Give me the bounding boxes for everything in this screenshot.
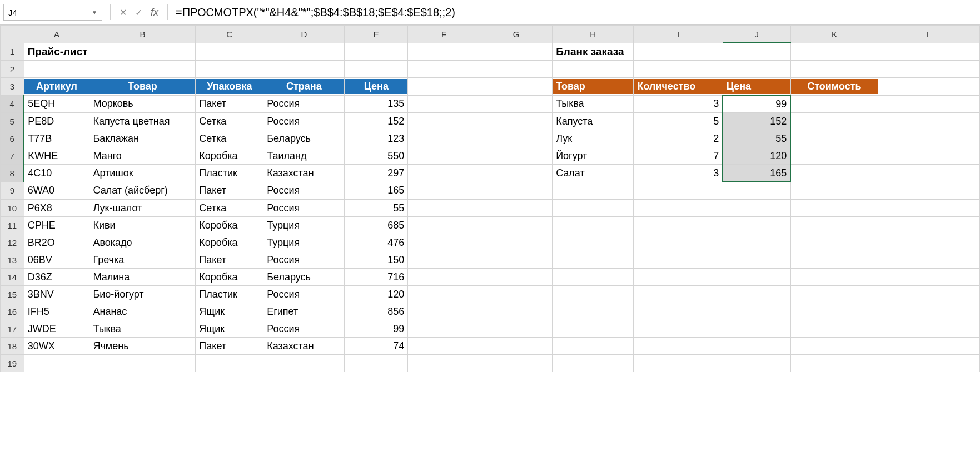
cell-C8[interactable]: Пластик (196, 165, 263, 182)
cell-B2[interactable] (89, 61, 196, 78)
cell-G12[interactable] (480, 234, 553, 251)
cell-I18[interactable] (634, 338, 723, 355)
cell-L19[interactable] (878, 355, 980, 372)
cell-F4[interactable] (408, 95, 480, 113)
cell-H17[interactable] (553, 320, 634, 338)
cell-I15[interactable] (634, 286, 723, 303)
cell-I14[interactable] (634, 269, 723, 286)
cell-G11[interactable] (480, 217, 553, 234)
col-header-I[interactable]: I (634, 26, 723, 43)
cell-J19[interactable] (723, 355, 790, 372)
cell-J16[interactable] (723, 303, 790, 320)
cell-D15[interactable]: Россия (263, 286, 345, 303)
cell-L11[interactable] (878, 217, 980, 234)
cell-B12[interactable]: Авокадо (89, 234, 196, 251)
cell-D5[interactable]: Россия (263, 113, 345, 130)
cell-A1[interactable]: Прайс-лист (24, 43, 89, 61)
cell-G15[interactable] (480, 286, 553, 303)
cell-C11[interactable]: Коробка (196, 217, 263, 234)
col-header-C[interactable]: C (196, 26, 263, 43)
cell-L10[interactable] (878, 200, 980, 217)
cell-J11[interactable] (723, 217, 790, 234)
cell-H1[interactable]: Бланк заказа (553, 43, 634, 61)
cell-G19[interactable] (480, 355, 553, 372)
row-header-10[interactable]: 10 (1, 200, 24, 217)
cell-L12[interactable] (878, 234, 980, 251)
cell-J13[interactable] (723, 251, 790, 269)
col-header-L[interactable]: L (878, 26, 980, 43)
cell-E4[interactable]: 135 (345, 95, 408, 113)
cell-K11[interactable] (790, 217, 878, 234)
cell-A12[interactable]: BR2O (24, 234, 89, 251)
cell-H6[interactable]: Лук (553, 130, 634, 147)
col-header-K[interactable]: K (790, 26, 878, 43)
cell-H10[interactable] (553, 200, 634, 217)
cell-I16[interactable] (634, 303, 723, 320)
cell-D12[interactable]: Турция (263, 234, 345, 251)
cell-J5[interactable]: 152 (723, 113, 790, 130)
cell-K3[interactable]: Стоимость (790, 78, 878, 96)
cell-I10[interactable] (634, 200, 723, 217)
row-header-16[interactable]: 16 (1, 303, 24, 320)
cell-A7[interactable]: KWHE (24, 147, 89, 165)
cell-L4[interactable] (878, 95, 980, 113)
cell-I6[interactable]: 2 (634, 130, 723, 147)
row-header-3[interactable]: 3 (1, 78, 24, 96)
cell-I17[interactable] (634, 320, 723, 338)
cell-E15[interactable]: 120 (345, 286, 408, 303)
cell-F19[interactable] (408, 355, 480, 372)
cell-L18[interactable] (878, 338, 980, 355)
cell-C17[interactable]: Ящик (196, 320, 263, 338)
cell-K16[interactable] (790, 303, 878, 320)
cell-C15[interactable]: Пластик (196, 286, 263, 303)
row-header-8[interactable]: 8 (1, 165, 24, 182)
cell-L7[interactable] (878, 147, 980, 165)
cell-C3[interactable]: Упаковка (196, 78, 263, 96)
cell-F7[interactable] (408, 147, 480, 165)
cell-L9[interactable] (878, 182, 980, 200)
cell-B14[interactable]: Малина (89, 269, 196, 286)
cell-I5[interactable]: 5 (634, 113, 723, 130)
cell-H14[interactable] (553, 269, 634, 286)
cell-H12[interactable] (553, 234, 634, 251)
cell-F10[interactable] (408, 200, 480, 217)
cell-F18[interactable] (408, 338, 480, 355)
row-header-18[interactable]: 18 (1, 338, 24, 355)
col-header-B[interactable]: B (89, 26, 196, 43)
cell-A14[interactable]: D36Z (24, 269, 89, 286)
row-header-6[interactable]: 6 (1, 130, 24, 147)
cell-K4[interactable] (790, 95, 878, 113)
cell-D7[interactable]: Таиланд (263, 147, 345, 165)
cell-B16[interactable]: Ананас (89, 303, 196, 320)
cell-K10[interactable] (790, 200, 878, 217)
cell-K6[interactable] (790, 130, 878, 147)
cell-I8[interactable]: 3 (634, 165, 723, 182)
cell-G1[interactable] (480, 43, 553, 61)
cell-F3[interactable] (408, 78, 480, 96)
cell-B15[interactable]: Био-йогурт (89, 286, 196, 303)
cell-E9[interactable]: 165 (345, 182, 408, 200)
cell-L3[interactable] (878, 78, 980, 96)
cell-G18[interactable] (480, 338, 553, 355)
cell-L17[interactable] (878, 320, 980, 338)
cell-D3[interactable]: Страна (263, 78, 345, 96)
cell-K17[interactable] (790, 320, 878, 338)
cell-D11[interactable]: Турция (263, 217, 345, 234)
cell-K1[interactable] (790, 43, 878, 61)
cell-K12[interactable] (790, 234, 878, 251)
cell-F8[interactable] (408, 165, 480, 182)
formula-input[interactable] (172, 4, 980, 21)
cell-E11[interactable]: 685 (345, 217, 408, 234)
cell-I7[interactable]: 7 (634, 147, 723, 165)
cell-B18[interactable]: Ячмень (89, 338, 196, 355)
cell-C18[interactable]: Пакет (196, 338, 263, 355)
cell-H18[interactable] (553, 338, 634, 355)
cell-F5[interactable] (408, 113, 480, 130)
cell-K15[interactable] (790, 286, 878, 303)
cell-H11[interactable] (553, 217, 634, 234)
cell-A15[interactable]: 3BNV (24, 286, 89, 303)
cell-B11[interactable]: Киви (89, 217, 196, 234)
cell-L6[interactable] (878, 130, 980, 147)
cell-J6[interactable]: 55 (723, 130, 790, 147)
cell-G10[interactable] (480, 200, 553, 217)
